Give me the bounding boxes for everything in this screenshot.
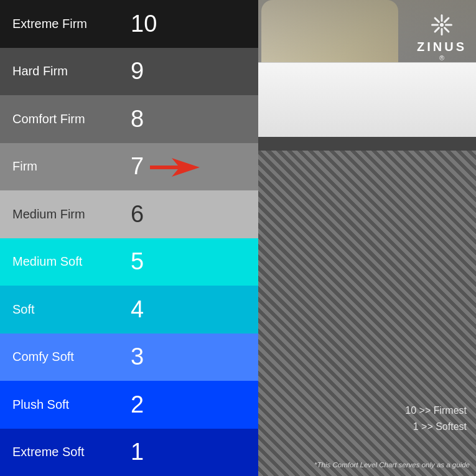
- row-extreme-firm: Extreme Firm10: [0, 0, 258, 48]
- label-extreme-soft: Extreme Soft: [12, 445, 112, 459]
- mattress-stripe: [258, 137, 476, 151]
- row-firm: Firm7: [0, 143, 258, 191]
- number-comfy-soft: 3: [131, 343, 144, 370]
- label-medium-soft: Medium Soft: [12, 254, 112, 269]
- label-soft: Soft: [12, 302, 112, 317]
- row-soft: Soft4: [0, 286, 258, 334]
- brand-name: ZINUS: [417, 40, 467, 54]
- number-medium-firm: 6: [131, 201, 144, 228]
- row-comfy-soft: Comfy Soft3: [0, 334, 258, 381]
- svg-rect-4: [431, 24, 439, 26]
- number-firm: 7: [131, 153, 144, 180]
- svg-rect-8: [434, 26, 441, 33]
- number-comfort-firm: 8: [131, 106, 144, 133]
- svg-rect-6: [443, 17, 450, 24]
- disclaimer-text: *This Comfort Level Chart serves only as…: [264, 461, 470, 469]
- mattress-top-layer: [258, 62, 476, 137]
- comfort-scale-panel: Extreme Firm10Hard Firm9Comfort Firm8Fir…: [0, 0, 258, 476]
- row-extreme-soft: Extreme Soft1: [0, 429, 258, 477]
- svg-rect-2: [441, 14, 443, 22]
- number-medium-soft: 5: [131, 248, 144, 275]
- row-comfort-firm: Comfort Firm8: [0, 95, 258, 143]
- label-firm: Firm: [12, 159, 112, 174]
- label-extreme-firm: Extreme Firm: [12, 17, 112, 31]
- label-comfy-soft: Comfy Soft: [12, 350, 112, 364]
- firm-arrow-icon: [150, 158, 200, 177]
- number-extreme-firm: 10: [131, 11, 157, 37]
- brand-trademark: ®: [439, 54, 444, 62]
- row-medium-soft: Medium Soft5: [0, 238, 258, 286]
- softest-label: 1 >> Softest: [405, 421, 467, 432]
- svg-rect-7: [434, 17, 441, 24]
- row-plush-soft: Plush Soft2: [0, 381, 258, 429]
- svg-rect-5: [445, 24, 452, 26]
- label-plush-soft: Plush Soft: [12, 398, 112, 412]
- svg-rect-9: [443, 26, 450, 33]
- svg-marker-0: [150, 158, 200, 177]
- product-image-panel: ZINUS ® 10 >> Firmest 1 >> Softest *This…: [258, 0, 476, 476]
- scale-guide: 10 >> Firmest 1 >> Softest: [405, 405, 467, 432]
- label-hard-firm: Hard Firm: [12, 64, 112, 78]
- brand-logo: ZINUS ®: [417, 9, 467, 67]
- number-hard-firm: 9: [131, 58, 144, 85]
- svg-rect-3: [441, 28, 443, 35]
- zinus-logo-icon: [423, 9, 460, 40]
- main-container: Extreme Firm10Hard Firm9Comfort Firm8Fir…: [0, 0, 476, 476]
- svg-point-1: [440, 23, 444, 27]
- number-soft: 4: [131, 296, 144, 323]
- number-plush-soft: 2: [131, 391, 144, 418]
- row-hard-firm: Hard Firm9: [0, 48, 258, 96]
- label-medium-firm: Medium Firm: [12, 207, 112, 222]
- firmest-label: 10 >> Firmest: [405, 405, 467, 416]
- number-extreme-soft: 1: [131, 439, 144, 465]
- label-comfort-firm: Comfort Firm: [12, 112, 112, 126]
- row-medium-firm: Medium Firm6: [0, 190, 258, 238]
